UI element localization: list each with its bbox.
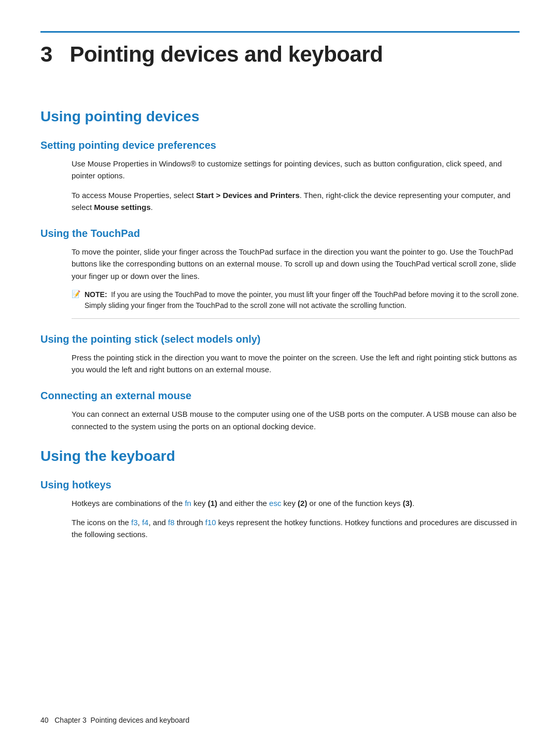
- chapter-number: 3: [40, 42, 52, 66]
- h2-using-hotkeys: Using hotkeys: [40, 479, 520, 491]
- section-using-keyboard: Using the keyboard Using hotkeys Hotkeys…: [40, 448, 520, 541]
- para-hotkeys-2: The icons on the f3, f4, and f8 through …: [72, 516, 520, 541]
- para-mouse-properties-2: To access Mouse Properties, select Start…: [72, 189, 520, 214]
- note-content: NOTE: If you are using the TouchPad to m…: [85, 289, 520, 311]
- subsection-using-touchpad: Using the TouchPad To move the pointer, …: [40, 228, 520, 319]
- subsection-using-hotkeys: Using hotkeys Hotkeys are combinations o…: [40, 479, 520, 541]
- h2-pointing-stick: Using the pointing stick (select models …: [40, 333, 520, 345]
- para-connecting-external-mouse: You can connect an external USB mouse to…: [72, 408, 520, 432]
- page-footer: 40 Chapter 3 Pointing devices and keyboa…: [40, 716, 520, 724]
- note-icon: 📝: [72, 290, 80, 298]
- chapter-header: 3 Pointing devices and keyboard: [40, 31, 520, 67]
- link-f10[interactable]: f10: [205, 518, 216, 527]
- para-touchpad-1: To move the pointer, slide your finger a…: [72, 246, 520, 282]
- link-fn[interactable]: fn: [185, 499, 191, 508]
- para-pointing-stick: Press the pointing stick in the directio…: [72, 352, 520, 376]
- h2-setting-pointing-device-preferences: Setting pointing device preferences: [40, 139, 520, 151]
- chapter-title: 3 Pointing devices and keyboard: [40, 42, 520, 67]
- para-hotkeys-1: Hotkeys are combinations of the fn key (…: [72, 497, 520, 509]
- link-f8[interactable]: f8: [168, 518, 175, 527]
- note-label: NOTE:: [85, 290, 111, 299]
- chapter-title-text: Pointing devices and keyboard: [69, 42, 383, 66]
- section-using-pointing-devices: Using pointing devices Setting pointing …: [40, 108, 520, 432]
- link-esc[interactable]: esc: [269, 499, 281, 508]
- link-f4[interactable]: f4: [142, 518, 149, 527]
- note-touchpad: 📝 NOTE: If you are using the TouchPad to…: [72, 289, 520, 319]
- subsection-pointing-stick: Using the pointing stick (select models …: [40, 333, 520, 376]
- h2-connecting-external-mouse: Connecting an external mouse: [40, 390, 520, 402]
- note-text: If you are using the TouchPad to move th…: [85, 290, 519, 310]
- link-f3[interactable]: f3: [131, 518, 138, 527]
- para-mouse-properties-1: Use Mouse Properties in Windows® to cust…: [72, 158, 520, 182]
- subsection-connecting-external-mouse: Connecting an external mouse You can con…: [40, 390, 520, 432]
- h2-using-touchpad: Using the TouchPad: [40, 228, 520, 240]
- footer-page-number: 40 Chapter 3 Pointing devices and keyboa…: [40, 716, 189, 724]
- subsection-setting-pointing-device-preferences: Setting pointing device preferences Use …: [40, 139, 520, 213]
- section-h1-using-keyboard: Using the keyboard: [40, 448, 520, 465]
- section-h1-using-pointing-devices: Using pointing devices: [40, 108, 520, 125]
- page: 3 Pointing devices and keyboard Using po…: [0, 0, 560, 745]
